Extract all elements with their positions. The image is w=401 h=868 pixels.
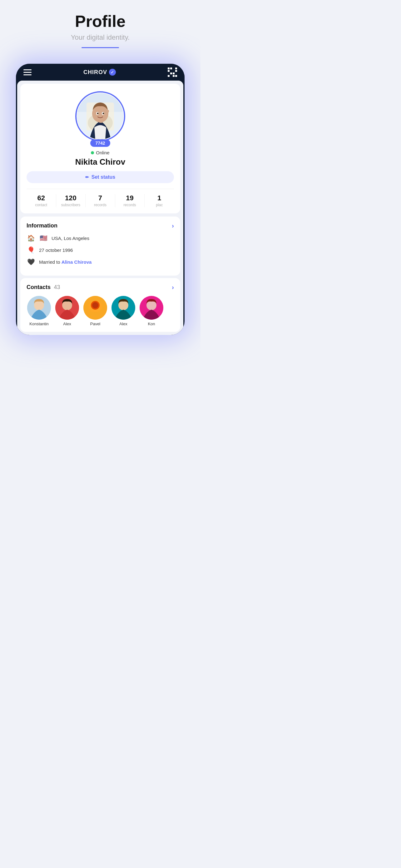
information-title: Information [27, 222, 58, 229]
birthday-icon: 🎈 [27, 246, 35, 254]
partner-link[interactable]: Alina Chirova [62, 259, 92, 265]
profile-id-badge: 7742 [90, 140, 110, 147]
info-relationship-row: 🖤 Married to Alina Chirova [27, 258, 174, 266]
flag-icon: 🇺🇸 [39, 234, 48, 242]
stat-records1[interactable]: 7 records [85, 194, 115, 207]
contact-alex2[interactable]: Alex [111, 296, 136, 326]
online-dot [91, 151, 94, 154]
page-title: Profile [6, 12, 194, 30]
stat-records2[interactable]: 19 records [115, 194, 144, 207]
contact-avatar-alex1 [55, 296, 79, 320]
stat-records2-number: 19 [115, 194, 144, 202]
nav-username: CHIROV [83, 69, 107, 75]
pencil-icon: ✏ [85, 175, 89, 180]
contact-konstantin[interactable]: Konstantin [27, 296, 52, 326]
contacts-row: Konstantin Alex [27, 296, 174, 326]
phone-wrapper: CHIROV ✓ [0, 54, 201, 341]
online-label: Online [96, 150, 109, 155]
stat-contact[interactable]: 62 contact [27, 194, 56, 207]
contact-name-alex1: Alex [63, 321, 71, 326]
contacts-card: Contacts 43 › [20, 278, 180, 332]
set-status-label: Set status [92, 174, 115, 180]
contacts-chevron[interactable]: › [172, 284, 174, 291]
contacts-count: 43 [54, 284, 60, 290]
stat-places-label: plac [144, 203, 174, 207]
information-chevron[interactable]: › [172, 222, 174, 229]
stat-records1-label: records [86, 203, 115, 207]
info-birthday: 27 october 1996 [39, 247, 73, 253]
svg-point-10 [103, 113, 104, 114]
stat-subscribers-label: subscribers [56, 203, 86, 207]
page-header: Profile Your digital identity. [0, 0, 201, 54]
contact-avatar-konstantin [27, 296, 51, 320]
contacts-header: Contacts 43 › [27, 284, 174, 291]
set-status-button[interactable]: ✏ Set status [27, 171, 174, 183]
nav-title: CHIROV ✓ [83, 69, 116, 75]
information-header: Information › [27, 222, 174, 229]
navigation-bar: CHIROV ✓ [16, 64, 185, 80]
contacts-title: Contacts [27, 284, 51, 290]
contacts-title-group: Contacts 43 [27, 284, 60, 290]
heart-icon: 🖤 [27, 258, 35, 266]
location-icon: 🏠 [27, 234, 35, 242]
profile-name: Nikita Chirov [75, 157, 125, 167]
info-relationship: Married to Alina Chirova [39, 259, 92, 265]
contact-name-alex2: Alex [119, 321, 127, 326]
online-status: Online [91, 150, 109, 155]
contact-name-kon: Kon [148, 321, 155, 326]
avatar-wrapper [75, 91, 125, 141]
contact-kon[interactable]: Kon [139, 296, 164, 326]
contact-name-konstantin: Konstantin [29, 321, 48, 326]
profile-card: 7742 Online Nikita Chirov ✏ Set status 6… [20, 84, 180, 213]
stat-subscribers[interactable]: 120 subscribers [56, 194, 86, 207]
verified-badge: ✓ [109, 69, 116, 75]
avatar [77, 93, 123, 140]
information-card: Information › 🏠 🇺🇸 USA, Los Angeles 🎈 27… [20, 217, 180, 276]
stat-places[interactable]: 1 plac [144, 194, 174, 207]
contact-avatar-pavel [83, 296, 107, 320]
page-subtitle: Your digital identity. [6, 33, 194, 41]
stat-records2-label: records [115, 203, 144, 207]
stat-contact-label: contact [27, 203, 56, 207]
qr-code-button[interactable] [168, 67, 177, 77]
phone-content: 7742 Online Nikita Chirov ✏ Set status 6… [17, 81, 183, 335]
header-divider [81, 47, 119, 48]
contact-name-pavel: Pavel [90, 321, 101, 326]
svg-point-9 [97, 113, 99, 114]
phone-frame: CHIROV ✓ [16, 64, 185, 335]
contact-pavel[interactable]: Pavel [83, 296, 108, 326]
contact-avatar-alex2 [111, 296, 135, 320]
info-birthday-row: 🎈 27 october 1996 [27, 246, 174, 254]
stat-contact-number: 62 [27, 194, 56, 202]
contact-avatar-kon [140, 296, 163, 320]
stat-places-number: 1 [144, 194, 174, 202]
stats-row: 62 contact 120 subscribers 7 records 19 … [27, 189, 174, 207]
contact-alex1[interactable]: Alex [55, 296, 80, 326]
info-location: USA, Los Angeles [52, 236, 89, 241]
svg-point-19 [92, 302, 98, 308]
stat-subscribers-number: 120 [56, 194, 86, 202]
stat-records1-number: 7 [86, 194, 115, 202]
info-location-row: 🏠 🇺🇸 USA, Los Angeles [27, 234, 174, 242]
menu-button[interactable] [24, 69, 32, 75]
